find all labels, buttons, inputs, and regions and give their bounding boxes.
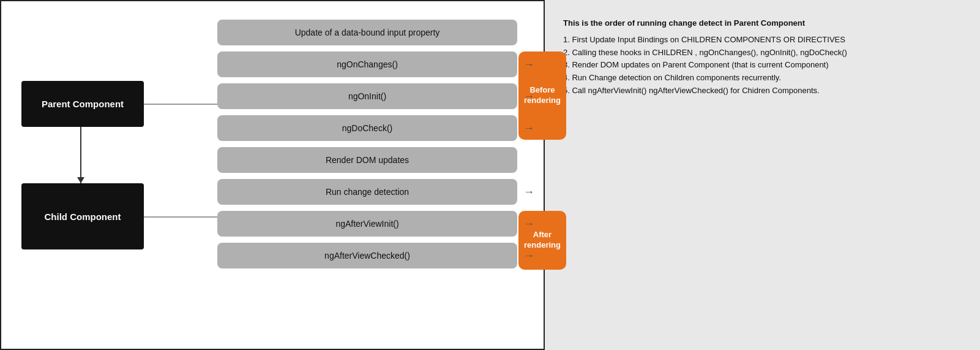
- parent-component-box: Parent Component: [21, 81, 144, 127]
- info-panel: This is the order of running change dete…: [545, 0, 980, 350]
- step-ngafterviewchecked: ngAfterViewChecked(): [217, 243, 517, 268]
- step-ngonchanges: ngOnChanges(): [217, 51, 517, 77]
- info-line-1: 1. First Update Input Bindings on CHILDR…: [563, 34, 962, 47]
- step-ngdocheck: ngDoCheck(): [217, 115, 517, 141]
- connector-parent: [144, 104, 217, 105]
- child-component-box: Child Component: [21, 183, 144, 249]
- diagram-panel: Parent Component Child Component Update …: [0, 0, 545, 350]
- step-ngoninit: ngOnInit(): [217, 83, 517, 109]
- step-ngafterviewinit: ngAfterViewInit(): [217, 211, 517, 237]
- info-title: This is the order of running change dete…: [563, 17, 962, 30]
- step-update-input: Update of a data-bound input property: [217, 20, 517, 45]
- info-line-4: 4. Run Change detection on Children comp…: [563, 72, 962, 85]
- step-render-dom: Render DOM updates: [217, 147, 517, 173]
- parent-child-arrow: [80, 127, 81, 183]
- connector-child: [144, 216, 217, 218]
- step-run-change-detection: Run change detection: [217, 179, 517, 205]
- info-line-5: 5. Call ngAfterViewInit() ngAfterViewChe…: [563, 85, 962, 97]
- info-line-2: 2. Calling these hooks in CHILDREN , ngO…: [563, 47, 962, 59]
- info-line-3: 3. Render DOM updates on Parent Componen…: [563, 59, 962, 72]
- parent-component-label: Parent Component: [42, 99, 124, 109]
- child-component-label: Child Component: [45, 211, 121, 222]
- flow-steps-container: Update of a data-bound input property Be…: [217, 20, 517, 275]
